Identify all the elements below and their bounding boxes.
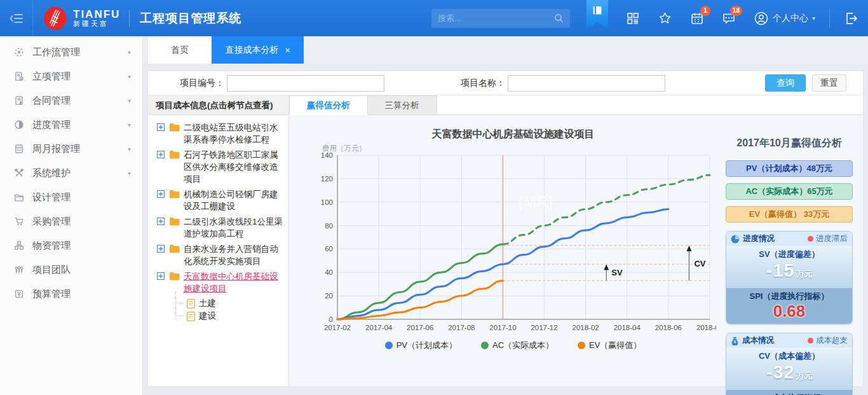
tree-expand-icon[interactable]	[157, 190, 165, 198]
page-tabs: 首页 直接成本分析 ×	[143, 36, 868, 64]
app-root: TIANFU 新疆天富 工程项目管理系统 1 18 个	[0, 0, 868, 395]
chart-title: 天富数据中心机房基础设施建设项目	[432, 128, 595, 141]
apps-grid-icon[interactable]	[626, 11, 640, 25]
sidebar-item-material[interactable]: 物资管理	[0, 233, 142, 258]
sidebar-item-system-maintenance[interactable]: 系统维护 ▾	[0, 161, 142, 185]
tab-three-estimate-analysis[interactable]: 三算分析	[368, 95, 437, 114]
tab-earned-value-analysis[interactable]: 赢得值分析	[289, 95, 368, 115]
calendar-icon[interactable]: 1	[690, 11, 704, 25]
document-icon	[187, 299, 195, 308]
tree-expand-icon[interactable]	[157, 151, 165, 158]
tree-expand-icon[interactable]	[157, 272, 165, 280]
sidebar-item-project-team[interactable]: 项目团队	[0, 258, 142, 282]
svg-text:2018-06: 2018-06	[654, 324, 681, 331]
red-dot-icon	[808, 236, 813, 242]
sidebar-item-procurement[interactable]: 采购管理	[0, 209, 142, 233]
tianfu-logo-icon	[43, 6, 67, 31]
sidebar-item-progress[interactable]: 进度管理 ▾	[0, 113, 142, 137]
legend-item-ev[interactable]: EV（赢得值）	[578, 340, 641, 351]
close-tab-icon[interactable]: ×	[285, 46, 290, 55]
legend-item-pv[interactable]: PV（计划成本）	[385, 340, 457, 351]
query-button[interactable]: 查询	[765, 74, 806, 92]
folder-icon	[169, 272, 180, 281]
svg-text:¥: ¥	[734, 340, 736, 344]
sidebar-item-contract[interactable]: 合同管理 ▾	[0, 88, 142, 113]
sidebar-item-weekly-monthly-report[interactable]: 周月报管理 ▾	[0, 137, 142, 161]
search-input[interactable]	[438, 13, 554, 23]
search-icon	[554, 13, 564, 23]
document-icon	[187, 312, 195, 321]
svg-text:2017-12: 2017-12	[531, 324, 557, 331]
messages-icon[interactable]: 18	[722, 11, 736, 25]
brand-logo: TIANFU 新疆天富	[33, 6, 129, 31]
sidebar: 工作流管理 ▾ 立项管理 ▾ 合同管理 ▾ 进度管理 ▾ 周月报管理 ▾	[0, 36, 143, 395]
tree-node-label[interactable]: 机械制造公司轻钢厂房建设及工棚建设	[184, 188, 285, 212]
tree-node: 二级引水渠改线段1公里渠道护坡加高工程	[157, 216, 285, 240]
sidebar-item-project-approval[interactable]: 立项管理 ▾	[0, 64, 142, 88]
tree-expand-icon[interactable]	[157, 245, 165, 253]
tree-node-label[interactable]: 自来水业务并入营销自动化系统开发实施项目	[184, 243, 285, 267]
sidebar-item-label: 合同管理	[32, 95, 128, 107]
spi-value: 0.68	[726, 302, 852, 320]
project-no-input[interactable]	[227, 75, 384, 92]
svg-text:2017-02: 2017-02	[323, 324, 350, 331]
tab-label: 直接成本分析	[225, 45, 278, 56]
tree-node: 自来水业务并入营销自动化系统开发实施项目	[157, 243, 285, 267]
cv-label: CV（成本偏差）	[726, 350, 852, 362]
sidebar-item-workflow[interactable]: 工作流管理 ▾	[0, 40, 142, 64]
tab-home[interactable]: 首页	[148, 36, 212, 64]
tree-node-label[interactable]: 二级电站至五级电站引水渠系春季停水检修工程	[184, 121, 285, 146]
tree-node: 二级电站至五级电站引水渠系春季停水检修工程	[157, 121, 285, 146]
tree-connector	[175, 292, 184, 303]
svg-text:40: 40	[325, 268, 333, 276]
tree-leaf-label: 建设	[199, 310, 216, 322]
tree-node-label-selected[interactable]: 天富数据中心机房基础设施建设项目	[184, 270, 285, 295]
tree-leaf-construction[interactable]: 建设	[173, 310, 285, 322]
user-menu[interactable]: 个人中心 ▾	[754, 11, 815, 26]
tree-node-label[interactable]: 石河子铁路地区职工家属区供水分离移交维修改造项目	[184, 149, 285, 185]
chevron-down-icon: ▾	[128, 49, 131, 56]
reset-button[interactable]: 重置	[812, 74, 846, 92]
collapse-sidebar-button[interactable]	[0, 0, 33, 36]
sidebar-item-label: 立项管理	[32, 71, 128, 83]
summary-title: 2017年10月赢得值分析	[726, 137, 853, 150]
analysis-area: 赢得值分析 三算分析 (MR) 天富数据中心机房基础设施建设项目 0204060…	[289, 95, 863, 386]
sv-label: SV（进度偏差）	[726, 249, 852, 260]
evm-line-chart: 0204060801001201402017-022017-042017-062…	[311, 144, 716, 337]
schedule-status-label: 进度滞后	[816, 233, 848, 244]
tree-node-label[interactable]: 二级引水渠改线段1公里渠道护坡加高工程	[184, 216, 285, 240]
book-icon	[592, 6, 602, 15]
sidebar-item-design[interactable]: 设计管理	[0, 185, 142, 209]
analysis-tabs: 赢得值分析 三算分析	[289, 95, 863, 115]
sidebar-item-label: 项目团队	[32, 264, 131, 276]
logout-icon[interactable]	[844, 11, 858, 25]
legend-item-ac[interactable]: AC（实际成本）	[481, 340, 553, 351]
schedule-card-header: 进度情况 进度滞后	[726, 232, 852, 246]
team-icon	[14, 265, 24, 275]
project-tree-panel: 项目成本信息(点击树节点查看) 二级电站至五级电站引水渠系春季停水检修工程 石河…	[148, 95, 289, 386]
bookmark-ribbon-icon[interactable]	[587, 0, 608, 29]
header-search[interactable]	[431, 9, 570, 28]
svg-text:2018-02: 2018-02	[572, 324, 599, 331]
project-name-input[interactable]	[508, 75, 665, 92]
brand-text: TIANFU 新疆天富	[73, 9, 120, 28]
schedule-status: 进度滞后	[808, 233, 848, 244]
svg-text:SV: SV	[611, 268, 623, 277]
workflow-icon	[14, 47, 24, 57]
project-no-label: 项目编号：	[180, 78, 224, 89]
tree-expand-icon[interactable]	[157, 218, 165, 225]
svg-text:2017-04: 2017-04	[365, 324, 393, 331]
tab-direct-cost-analysis[interactable]: 直接成本分析 ×	[212, 36, 304, 64]
progress-icon	[14, 120, 24, 130]
favorites-star-icon[interactable]	[658, 11, 672, 25]
chart-section: (MR) 天富数据中心机房基础设施建设项目 020406080100120140…	[289, 115, 863, 386]
legend-label: AC（实际成本）	[492, 340, 553, 351]
tree-expand-icon[interactable]	[157, 123, 165, 131]
tree-leaf-civil[interactable]: 土建	[173, 298, 285, 309]
folder-icon	[169, 150, 180, 159]
red-dot-icon	[808, 338, 813, 343]
sidebar-item-budget[interactable]: 预算管理	[0, 282, 142, 306]
svg-text:CV: CV	[694, 259, 705, 268]
svg-text:100: 100	[320, 198, 332, 206]
svg-text:80: 80	[325, 222, 333, 230]
